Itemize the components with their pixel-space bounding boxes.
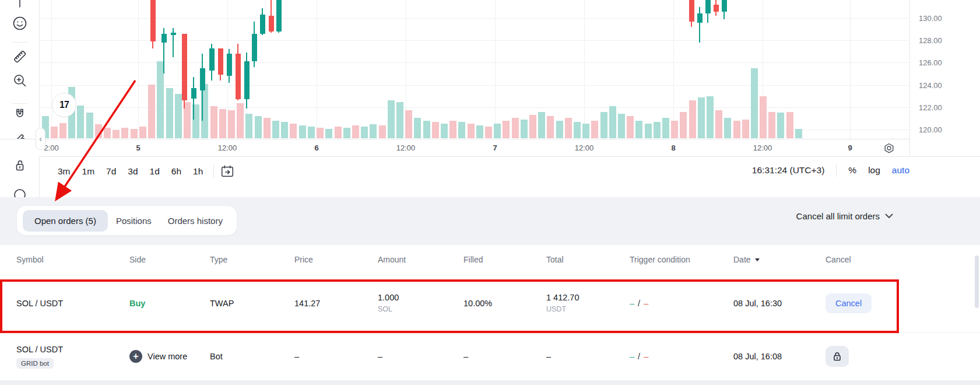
drawing-toolbar [0, 0, 40, 197]
cell-trigger-condition: – / – [630, 299, 733, 308]
order-row[interactable]: SOL / USDTGRID bot+View moreBot––––– / –… [0, 332, 980, 380]
chart-plot[interactable]: 17 [40, 0, 909, 139]
candle [182, 34, 187, 101]
v-gridline [138, 0, 139, 139]
v-gridline [51, 0, 52, 139]
magnet-icon[interactable] [12, 106, 28, 123]
auto-scale-button[interactable]: auto [892, 165, 909, 176]
tradingview-logo[interactable]: 17 [52, 93, 76, 117]
total-unit: USDT [546, 305, 630, 313]
timeframe-button-3m[interactable]: 3m [52, 162, 76, 181]
header-type[interactable]: Type [210, 255, 294, 264]
volume-bar [512, 118, 519, 138]
vertical-scrollbar[interactable] [975, 256, 979, 308]
trigger-slash: / [634, 352, 644, 361]
volume-bar [556, 121, 563, 138]
volume-bar [95, 124, 102, 138]
header-total[interactable]: Total [546, 255, 630, 264]
volume-bar [476, 125, 483, 138]
timeframe-button-6h[interactable]: 6h [166, 162, 187, 181]
timeframe-button-7d[interactable]: 7d [100, 162, 122, 181]
cancel-all-limit-orders[interactable]: Cancel all limit orders [796, 211, 893, 221]
time-axis[interactable]: 2:00512:00612:00712:00812:009 [0, 139, 909, 156]
trigger-left-value: – [630, 299, 634, 308]
volume-bar [121, 128, 128, 138]
volume-bar [742, 120, 749, 138]
volume-bar [768, 112, 775, 138]
lock-open-icon[interactable] [12, 157, 28, 173]
scale-group: 16:31:24 (UTC+3) % log auto [752, 164, 909, 177]
header-label: Price [294, 255, 313, 264]
header-side[interactable]: Side [129, 255, 210, 264]
bottom-strip [0, 380, 980, 385]
volume-bar [308, 127, 315, 138]
volume-bar [148, 85, 155, 138]
time-tick-label: 12:00 [218, 144, 237, 152]
volume-bar [733, 121, 740, 138]
trigger-right-value: – [644, 352, 648, 361]
timeframe-button-1d[interactable]: 1d [144, 162, 166, 181]
header-amount[interactable]: Amount [378, 255, 463, 264]
header-filled[interactable]: Filled [463, 255, 546, 264]
axis-settings-icon[interactable] [884, 143, 894, 153]
tab-positions[interactable]: Positions [108, 210, 160, 232]
orders-table: SymbolSideTypePriceAmountFilledTotalTrig… [0, 245, 980, 380]
candle [209, 48, 215, 71]
volume-bar [379, 125, 386, 138]
timeframe-button-1h[interactable]: 1h [187, 162, 209, 181]
volume-bar [414, 118, 421, 138]
chart-bottom-toolbar: 3m1m7d3d1d6h1h 16:31:24 (UTC+3) % log au… [40, 156, 980, 197]
v-gridline [850, 0, 851, 139]
volume-bar [618, 114, 625, 138]
price-tick-label: 124.00 [919, 81, 942, 90]
timeframe-group: 3m1m7d3d1d6h1h [52, 162, 236, 181]
time-tick-label: 7 [493, 144, 497, 152]
header-price[interactable]: Price [294, 255, 378, 264]
view-more-button[interactable]: +View more [129, 350, 210, 363]
price-tick-label: 128.00 [919, 36, 942, 45]
chart-section: ‹ 17 130.00128.00126.00124.00122.00120.0… [0, 0, 980, 197]
volume-bar [104, 128, 111, 138]
timeframe-button-1m[interactable]: 1m [76, 162, 101, 181]
header-symbol[interactable]: Symbol [16, 255, 129, 264]
line-tool-partial-icon[interactable] [12, 0, 28, 12]
volume-bar [166, 88, 173, 138]
tab-open-orders-5-[interactable]: Open orders (5) [23, 210, 108, 232]
plus-circle-icon: + [129, 350, 142, 363]
date-range-icon[interactable] [219, 163, 236, 180]
log-scale-button[interactable]: log [868, 165, 880, 176]
ruler-icon[interactable] [12, 48, 28, 65]
zoom-in-icon[interactable] [12, 72, 28, 89]
cell-type: TWAP [210, 299, 294, 308]
header-trigger-condition[interactable]: Trigger condition [630, 255, 733, 264]
tab-orders-history[interactable]: Orders history [160, 210, 231, 232]
volume-bar [59, 123, 66, 138]
candle [150, 0, 156, 41]
price-axis[interactable]: 130.00128.00126.00124.00122.00120.00 [909, 0, 980, 156]
volume-bar [343, 128, 350, 138]
candle [191, 88, 196, 98]
volume-bar [529, 115, 536, 138]
percent-scale-button[interactable]: % [848, 165, 856, 176]
lock-button[interactable] [826, 346, 849, 367]
timeframe-button-3d[interactable]: 3d [122, 162, 143, 181]
volume-bar [86, 113, 93, 138]
volume-bar [272, 121, 279, 138]
view-more-label: View more [147, 352, 187, 361]
candle [269, 16, 274, 32]
toolbar-collapse-handle[interactable]: ‹ [36, 128, 45, 150]
volume-bar [237, 103, 244, 138]
v-gridline [317, 0, 317, 139]
header-label: Cancel [826, 255, 851, 264]
cell-trigger-condition: – / – [630, 352, 733, 361]
header-cancel[interactable]: Cancel [826, 255, 980, 264]
volume-bar [113, 130, 120, 138]
header-label: Filled [463, 255, 483, 264]
header-date[interactable]: Date [733, 255, 826, 264]
volume-bar [600, 112, 607, 138]
emoji-icon[interactable] [12, 15, 28, 32]
cancel-order-button[interactable]: Cancel [826, 293, 872, 313]
volume-bar [671, 121, 678, 138]
volume-bar [574, 122, 581, 138]
order-row[interactable]: SOL / USDTBuyTWAP141.271.000SOL10.00%1 4… [0, 274, 980, 332]
